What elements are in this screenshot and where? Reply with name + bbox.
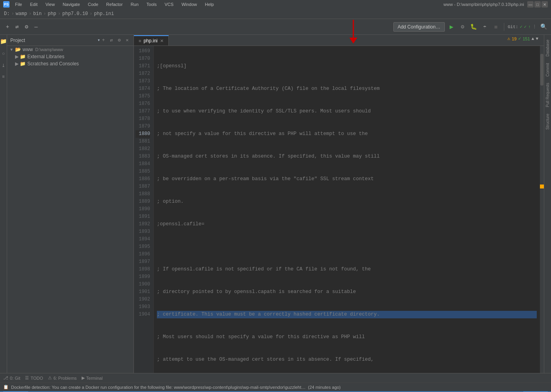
- new-file-icon[interactable]: +: [3, 23, 12, 31]
- code-content[interactable]: ;[openssl] ; The location of a Certifica…: [154, 46, 540, 373]
- scrollbar-thumb[interactable]: [540, 54, 543, 86]
- window-controls[interactable]: — □ ✕: [527, 1, 548, 8]
- code-line-1879: ; directory pointed to by openssl.capath…: [157, 288, 537, 296]
- ext-folder-icon: 📁: [20, 54, 26, 59]
- tree-item-www[interactable]: ▾ 📂 www D:\wamp\www: [7, 46, 133, 53]
- problems-tab-label: 6: Problems: [53, 376, 77, 381]
- todo-tab-icon: ☰: [25, 375, 29, 381]
- project-collapse-icon[interactable]: ⇄: [108, 37, 114, 44]
- breadcrumb-bin[interactable]: bin: [33, 11, 42, 17]
- structure-panel-label[interactable]: Structure: [545, 110, 551, 133]
- menu-bar[interactable]: File Edit View Navigate Code Refactor Ru…: [13, 1, 215, 8]
- project-add-icon[interactable]: +: [100, 37, 107, 44]
- menu-navigate[interactable]: Navigate: [61, 1, 81, 8]
- maximize-button[interactable]: □: [534, 1, 541, 8]
- tab-label: php.ini: [143, 38, 157, 44]
- code-editor[interactable]: 1869 1870 1871 1872 1873 1874 1875 1876 …: [134, 46, 544, 373]
- menu-tools[interactable]: Tools: [145, 1, 158, 8]
- code-line-1871: ; to use when verifying the identity of …: [157, 108, 537, 115]
- tab-file-icon: ≡: [139, 38, 141, 43]
- code-line-1873: ; OS-managed cert stores in its absence.…: [157, 153, 537, 160]
- bottom-tabs-bar: ⎇ 0: Git ☰ TODO ⚠ 6: Problems ▶ Terminal: [0, 373, 551, 382]
- git-menu-icon[interactable]: ⋮: [532, 24, 537, 29]
- project-header-icons: + ⇄ ⚙ ✕: [100, 37, 130, 44]
- warning-count: 19: [512, 36, 517, 41]
- add-configuration-button[interactable]: Add Configuration…: [393, 22, 445, 32]
- project-settings-icon[interactable]: ⚙: [116, 37, 122, 44]
- collapse-icon[interactable]: ―: [32, 23, 40, 31]
- stop-icon[interactable]: ◼: [492, 23, 500, 31]
- run-button[interactable]: ▶: [447, 23, 456, 31]
- code-line-1881: ; Most users should not specify a value …: [157, 333, 537, 341]
- git-check-icon: ✓: [520, 24, 522, 29]
- breadcrumb-phpver[interactable]: php7.0.10: [62, 11, 88, 17]
- tree-arrow-ext: ▶: [15, 54, 19, 59]
- git-status: Git: ✓ ✓ ↑ ⋮: [508, 24, 537, 29]
- menu-refactor[interactable]: Refactor: [105, 1, 124, 8]
- problems-tab[interactable]: ⚠ 6: Problems: [48, 375, 77, 381]
- breadcrumb-d[interactable]: D:: [4, 11, 10, 17]
- tab-phpini[interactable]: ≡ php.ini ✕: [134, 35, 169, 46]
- code-line-1872: ; not specify a value for this directive…: [157, 130, 537, 138]
- tree-item-external-libraries[interactable]: ▶ 📁 External Libraries: [7, 53, 133, 60]
- todo-tab[interactable]: ☰ TODO: [25, 375, 43, 381]
- editor-tabs: ≡ php.ini ✕: [134, 35, 544, 46]
- breadcrumb-file[interactable]: php.ini: [94, 11, 114, 17]
- menu-help[interactable]: Help: [203, 1, 215, 8]
- project-icon[interactable]: 📁: [0, 38, 7, 45]
- scratches-folder-icon: 📁: [20, 61, 26, 67]
- scroll-down-icon[interactable]: ▼: [536, 36, 538, 41]
- tree-scratches-label: Scratches and Consoles: [27, 61, 79, 67]
- git-tab-label: 0: Git: [10, 376, 20, 381]
- tab-close-button[interactable]: ✕: [160, 38, 164, 44]
- pull-requests-icon[interactable]: ⤓: [2, 63, 5, 68]
- notification-icon: 📋: [3, 384, 9, 390]
- settings-icon[interactable]: ⚙: [22, 23, 31, 31]
- git-tab[interactable]: ⎇ 0: Git: [3, 375, 20, 381]
- terminal-tab-icon: ▶: [82, 375, 85, 381]
- close-button[interactable]: ✕: [541, 1, 548, 8]
- breadcrumb-wamp[interactable]: wamp: [16, 11, 27, 17]
- commit-panel-label[interactable]: Commit: [545, 60, 551, 80]
- menu-file[interactable]: File: [13, 1, 24, 8]
- menu-view[interactable]: View: [44, 1, 57, 8]
- todo-tab-label: TODO: [31, 376, 43, 381]
- menu-run[interactable]: Run: [129, 1, 140, 8]
- commit-icon[interactable]: ○: [2, 51, 5, 57]
- tree-arrow-www: ▾: [10, 47, 14, 52]
- git-push-icon[interactable]: ↑: [528, 25, 531, 29]
- menu-vcs[interactable]: VCS: [163, 1, 175, 8]
- database-panel-label[interactable]: Database: [545, 36, 551, 60]
- editor-scrollbar[interactable]: [540, 46, 544, 373]
- code-line-1878: ; If openssl.cafile is not specified or …: [157, 266, 537, 273]
- www-folder-icon: 📂: [15, 47, 21, 52]
- app-icon: PS: [3, 1, 10, 8]
- tree-ext-label: External Libraries: [27, 54, 64, 59]
- code-line-1875: ; option.: [157, 198, 537, 206]
- structure-icon[interactable]: ≡: [2, 74, 5, 79]
- menu-edit[interactable]: Edit: [29, 1, 39, 8]
- pull-requests-panel-label[interactable]: Pull Requests: [545, 80, 551, 110]
- scroll-up-icon[interactable]: ▲: [532, 36, 534, 41]
- tree-www-path: D:\wamp\www: [35, 47, 63, 52]
- debug-icon[interactable]: 🐛: [469, 23, 478, 31]
- project-panel-header: Project ▾ + ⇄ ⚙ ✕: [7, 35, 133, 46]
- code-line-1876: ;openssl.cafile=: [157, 221, 537, 228]
- project-dropdown[interactable]: ▾: [97, 37, 100, 43]
- terminal-tab[interactable]: ▶ Terminal: [82, 375, 103, 381]
- coverage-icon[interactable]: ☂: [480, 23, 489, 31]
- warning-indicators: ⚠ 19 ✓ 151 ▲ ▼: [507, 36, 538, 42]
- menu-code[interactable]: Code: [86, 1, 100, 8]
- search-icon[interactable]: 🔍: [539, 23, 548, 31]
- sync-icon[interactable]: ⇄: [13, 23, 21, 31]
- menu-window[interactable]: Window: [180, 1, 198, 8]
- build-icon[interactable]: ⚙: [458, 23, 467, 31]
- project-panel: Project ▾ + ⇄ ⚙ ✕ ▾ 📂 www D:\wamp\www ▶ …: [7, 35, 134, 373]
- tree-item-scratches[interactable]: ▶ 📁 Scratches and Consoles: [7, 60, 133, 67]
- terminal-tab-label: Terminal: [86, 376, 103, 381]
- minimize-button[interactable]: —: [527, 1, 534, 8]
- check-icon: ✓: [518, 36, 521, 42]
- editor-area: ≡ php.ini ✕ ⚠ 19 ✓ 151 ▲ ▼ 1869 1870 187…: [134, 35, 544, 373]
- breadcrumb-php[interactable]: php: [48, 11, 56, 17]
- project-hide-icon[interactable]: ✕: [124, 37, 130, 44]
